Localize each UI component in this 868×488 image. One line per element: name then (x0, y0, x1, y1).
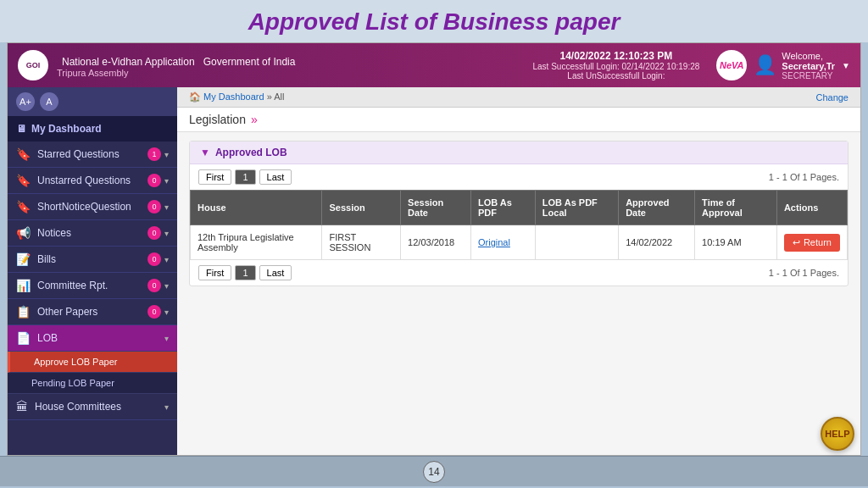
short-notice-label: ShortNoticeQuestion (37, 201, 147, 213)
col-approved-date: Approved Date (619, 191, 695, 225)
legislation-header: Legislation » (177, 108, 860, 132)
footer-bar: 14 (0, 456, 868, 486)
return-button[interactable]: ↩ Return (784, 234, 840, 252)
user-role: SECRETARY (782, 71, 835, 80)
notices-badge: 0 (147, 226, 161, 240)
pagination-info-top: 1 - 1 Of 1 Pages. (769, 172, 839, 182)
sidebar-sub-item-approve-lob[interactable]: Approve LOB Paper (8, 352, 177, 373)
lob-label: LOB (37, 332, 164, 344)
user-avatar-icon: 👤 (754, 54, 776, 76)
font-increase-button[interactable]: A+ (16, 92, 35, 111)
col-lob-pdf-local: LOB As PDF Local (535, 191, 618, 225)
unstarred-questions-badge: 0 (147, 174, 161, 187)
page-num-button-top[interactable]: 1 (235, 169, 255, 185)
short-notice-badge: 0 (147, 200, 161, 214)
chevron-down-icon: ▾ (164, 150, 169, 159)
sidebar: A+ A 🖥 My Dashboard 🔖 Starred Questions … (8, 87, 177, 455)
other-papers-badge: 0 (147, 305, 161, 319)
last-page-button-top[interactable]: Last (259, 169, 292, 185)
dashboard-icon: 🖥 (16, 123, 26, 135)
sidebar-sub-item-pending-lob[interactable]: Pending LOB Paper (8, 373, 177, 394)
house-committees-label: House Committees (35, 401, 164, 413)
org-name: Tripura Assembly (57, 68, 522, 78)
user-name: Secretary,Tr (782, 61, 835, 71)
legislation-arrow: » (251, 113, 258, 126)
gov-label: Government of India (203, 56, 296, 68)
main-content: 🏠 My Dashboard » All Change Legislation … (177, 87, 860, 455)
cell-session: FIRST SESSION (322, 225, 401, 260)
first-page-button-top[interactable]: First (198, 169, 231, 185)
col-actions: Actions (776, 191, 847, 225)
top-nav: GOI National e-Vidhan Application Govern… (8, 43, 860, 87)
lob-table: House Session Session Date LOB As PDF LO… (190, 190, 848, 260)
chevron-down-icon: ▾ (164, 229, 169, 238)
sidebar-item-short-notice[interactable]: 🔖 ShortNoticeQuestion 0 ▾ (8, 194, 177, 220)
collapse-icon[interactable]: ▼ (200, 147, 210, 158)
nova-logo: NeVA (716, 50, 747, 80)
first-page-button-bottom[interactable]: First (198, 265, 231, 280)
unstarred-questions-label: Unstarred Questions (37, 175, 147, 186)
bills-icon: 📝 (16, 252, 31, 266)
cell-house: 12th Tripura Legislative Assembly (191, 225, 322, 260)
sidebar-item-unstarred-questions[interactable]: 🔖 Unstarred Questions 0 ▾ (8, 168, 177, 194)
home-icon: 🏠 (189, 92, 201, 102)
page-main-title: Approved List of Business paper (0, 8, 868, 36)
committee-label: Committee Rpt. (37, 280, 147, 291)
chevron-down-icon: ▾ (164, 255, 169, 264)
committee-badge: 0 (147, 279, 161, 292)
lob-icon: 📄 (16, 331, 31, 345)
return-icon: ↩ (793, 237, 800, 248)
starred-questions-badge: 1 (147, 147, 161, 161)
original-pdf-link[interactable]: Original (478, 237, 510, 247)
user-dropdown-arrow[interactable]: ▼ (842, 61, 850, 70)
page-num-button-bottom[interactable]: 1 (235, 265, 255, 280)
font-controls: A+ A (8, 87, 177, 116)
table-controls-top: First 1 Last 1 - 1 Of 1 Pages. (190, 164, 848, 190)
cell-lob-pdf: Original (471, 225, 536, 260)
user-info: 👤 Welcome, Secretary,Tr SECRETARY ▼ (754, 51, 850, 80)
table-controls-bottom: First 1 Last 1 - 1 Of 1 Pages. (190, 260, 848, 286)
change-link[interactable]: Change (815, 92, 849, 103)
nova-text: NeVA (720, 61, 744, 70)
approved-lob-header: ▼ Approved LOB (190, 141, 848, 164)
app-name-label: National e-Vidhan Application Government… (57, 53, 522, 68)
app-info: National e-Vidhan Application Government… (57, 53, 522, 78)
col-session-date: Session Date (401, 191, 471, 225)
sidebar-item-committee-rpt[interactable]: 📊 Committee Rpt. 0 ▾ (8, 273, 177, 299)
bills-badge: 0 (147, 252, 161, 266)
notices-label: Notices (37, 227, 147, 239)
breadcrumb: 🏠 My Dashboard » All Change (177, 87, 860, 108)
last-page-button-bottom[interactable]: Last (259, 265, 292, 280)
approve-lob-label: Approve LOB Paper (34, 357, 117, 367)
welcome-text: Welcome, (782, 51, 835, 61)
app-container: GOI National e-Vidhan Application Govern… (7, 42, 861, 456)
chevron-down-icon: ▾ (164, 281, 169, 291)
content-area: A+ A 🖥 My Dashboard 🔖 Starred Questions … (8, 87, 860, 455)
other-papers-icon: 📋 (16, 305, 31, 319)
unstarred-questions-icon: 🔖 (16, 174, 31, 187)
datetime-info: 14/02/2022 12:10:23 PM Last Successfull … (532, 50, 699, 80)
breadcrumb-dashboard[interactable]: My Dashboard (203, 92, 264, 102)
col-lob-pdf: LOB As PDF (471, 191, 536, 225)
approved-lob-section: ▼ Approved LOB First 1 Last 1 - 1 Of 1 P… (189, 141, 849, 286)
breadcrumb-path: 🏠 My Dashboard » All (189, 92, 284, 103)
sidebar-item-house-committees[interactable]: 🏛 House Committees ▾ (8, 394, 177, 420)
pagination-bottom-left: First 1 Last (198, 265, 292, 280)
user-details: Welcome, Secretary,Tr SECRETARY (782, 51, 835, 80)
bills-label: Bills (37, 253, 147, 265)
sidebar-dashboard: 🖥 My Dashboard (8, 116, 177, 141)
help-button[interactable]: HELP (821, 417, 854, 451)
cell-actions: ↩ Return (776, 225, 847, 260)
pagination-top-left: First 1 Last (198, 169, 292, 185)
sidebar-item-notices[interactable]: 📢 Notices 0 ▾ (8, 220, 177, 247)
other-papers-label: Other Papers (37, 306, 147, 318)
sidebar-item-other-papers[interactable]: 📋 Other Papers 0 ▾ (8, 299, 177, 325)
dashboard-label: My Dashboard (31, 123, 102, 135)
font-decrease-button[interactable]: A (40, 92, 58, 111)
sidebar-item-lob[interactable]: 📄 LOB ▾ (8, 325, 177, 352)
pagination-info-bottom: 1 - 1 Of 1 Pages. (769, 268, 839, 278)
app-logo: GOI (18, 50, 48, 80)
sidebar-item-starred-questions[interactable]: 🔖 Starred Questions 1 ▾ (8, 141, 177, 168)
sidebar-item-bills[interactable]: 📝 Bills 0 ▾ (8, 247, 177, 273)
committee-icon: 📊 (16, 279, 31, 292)
